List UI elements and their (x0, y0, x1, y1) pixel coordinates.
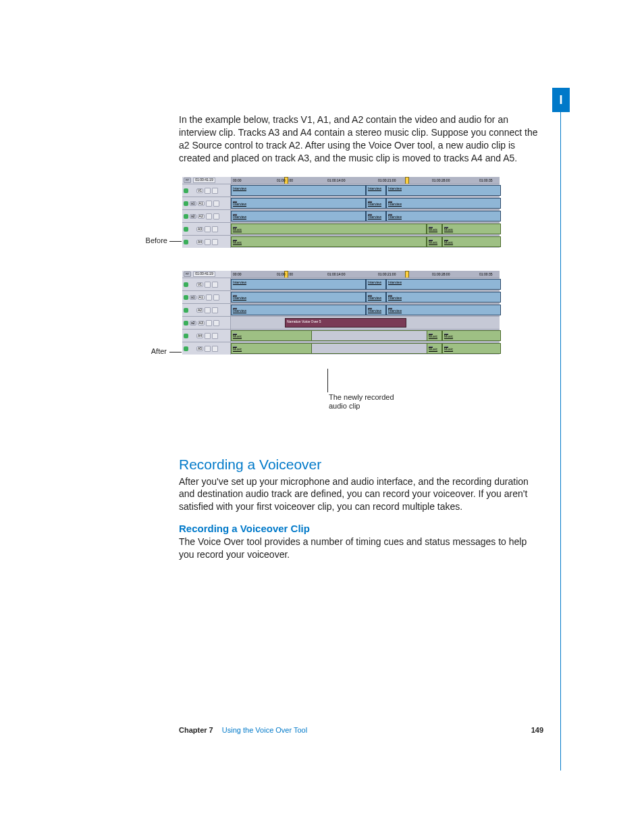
destination-control[interactable]: A1 (198, 201, 205, 206)
track-lane[interactable]: ▂▂Music▂▂Music▂▂Music (231, 330, 500, 342)
music-clip[interactable]: ▂▂Music (442, 236, 501, 247)
track-lane[interactable]: ▂▂Interview▂▂Interview▂▂Interview (231, 291, 500, 303)
autoselect-icon[interactable] (212, 188, 218, 194)
autoselect-icon[interactable] (213, 294, 219, 301)
music-clip[interactable]: ▂▂Music (427, 236, 442, 247)
source-control[interactable]: a2 (190, 321, 196, 325)
music-clip[interactable]: ▂▂Music (231, 236, 427, 247)
music-clip[interactable]: ▂▂Music (231, 330, 312, 341)
track-visibility-icon[interactable] (184, 321, 188, 325)
lock-icon[interactable] (205, 239, 211, 245)
clip-label: Interview (233, 296, 246, 300)
track-visibility-icon[interactable] (184, 346, 188, 351)
destination-control[interactable]: A1 (198, 295, 205, 300)
source-control[interactable]: a1 (190, 201, 196, 206)
destination-control[interactable]: V1 (196, 188, 203, 193)
audio-clip[interactable]: ▂▂Interview (366, 198, 386, 209)
track-header: A3 (182, 223, 231, 235)
audio-clip[interactable]: ▂▂Interview (386, 305, 501, 315)
track-lane[interactable]: ▂▂Music▂▂Music▂▂Music (231, 342, 500, 355)
music-clip[interactable]: ▂▂Music (231, 224, 427, 234)
music-clip[interactable]: ▂▂Music (427, 330, 442, 341)
track-lane[interactable]: ▂▂Interview▂▂Interview▂▂Interview (231, 197, 500, 209)
audio-clip[interactable]: ▂▂Interview (366, 292, 386, 303)
track-lane[interactable]: Narration Voice Over 5 (231, 317, 500, 329)
video-clip[interactable]: Interview (386, 185, 501, 196)
music-clip[interactable] (312, 330, 427, 341)
stereo-pair-icon: ▂▂ (233, 293, 364, 296)
audio-clip[interactable]: ▂▂Interview (386, 292, 501, 303)
track-visibility-icon[interactable] (184, 308, 188, 313)
autoselect-icon[interactable] (213, 320, 219, 326)
track-visibility-icon[interactable] (184, 201, 188, 206)
audio-clip[interactable]: ▂▂Interview (386, 198, 501, 209)
audio-clip[interactable]: ▂▂Interview (386, 211, 501, 221)
autoselect-icon[interactable] (212, 282, 218, 288)
music-clip[interactable]: ▂▂Music (442, 224, 501, 234)
video-clip[interactable]: Interview (231, 279, 366, 290)
autoselect-icon[interactable] (212, 346, 218, 352)
track-lane[interactable]: ▂▂Music▂▂Music▂▂Music (231, 236, 500, 248)
music-clip[interactable]: ▂▂Music (442, 330, 501, 341)
lock-icon[interactable] (206, 201, 212, 207)
autoselect-icon[interactable] (212, 239, 218, 245)
video-clip[interactable]: Interview (386, 279, 501, 290)
video-clip[interactable]: Interview (231, 185, 366, 196)
track-visibility-icon[interactable] (184, 240, 188, 244)
lock-icon[interactable] (205, 226, 211, 232)
lock-icon[interactable] (205, 307, 211, 313)
rt-button[interactable]: RT (184, 271, 191, 277)
audio-clip[interactable]: ▂▂Interview (231, 305, 366, 315)
track-visibility-icon[interactable] (184, 214, 188, 219)
track-lane[interactable]: ▂▂Interview▂▂Interview▂▂Interview (231, 304, 500, 316)
track-lane[interactable]: InterviewInterviewInterview (231, 278, 500, 290)
autoselect-icon[interactable] (213, 201, 219, 207)
destination-control[interactable]: A5 (196, 346, 203, 351)
ruler-tick: :00 (288, 178, 293, 182)
destination-control[interactable]: A4 (196, 240, 203, 244)
video-clip[interactable]: Interview (366, 185, 386, 196)
track-visibility-icon[interactable] (184, 282, 188, 287)
autoselect-icon[interactable] (212, 307, 218, 313)
music-clip[interactable]: ▂▂Music (427, 343, 442, 354)
track-lane[interactable]: ▂▂Interview▂▂Interview▂▂Interview (231, 210, 500, 222)
autoselect-icon[interactable] (212, 226, 218, 232)
music-clip[interactable]: ▂▂Music (442, 343, 501, 354)
audio-clip[interactable]: ▂▂Interview (231, 211, 366, 221)
rt-button[interactable]: RT (184, 178, 191, 183)
lock-icon[interactable] (205, 333, 211, 339)
voiceover-clip[interactable]: Narration Voice Over 5 (285, 318, 406, 328)
video-clip[interactable]: Interview (366, 279, 386, 290)
source-control[interactable]: a2 (190, 214, 196, 219)
music-clip[interactable]: ▂▂Music (231, 343, 312, 354)
autoselect-icon[interactable] (213, 213, 219, 219)
lock-icon[interactable] (205, 188, 211, 194)
destination-control[interactable]: V1 (196, 282, 203, 287)
destination-control[interactable]: A2 (196, 308, 203, 313)
music-clip[interactable]: ▂▂Music (427, 224, 442, 234)
lock-icon[interactable] (206, 320, 212, 326)
track-lane[interactable]: InterviewInterviewInterview (231, 184, 500, 197)
track-visibility-icon[interactable] (184, 188, 188, 193)
destination-control[interactable]: A3 (198, 321, 205, 325)
track-visibility-icon[interactable] (184, 295, 188, 300)
lock-icon[interactable] (206, 294, 212, 301)
stereo-pair-icon: ▂▂ (233, 332, 310, 334)
source-control[interactable]: a1 (190, 295, 196, 300)
lock-icon[interactable] (205, 282, 211, 288)
autoselect-icon[interactable] (212, 333, 218, 339)
destination-control[interactable]: A4 (196, 334, 203, 338)
track-visibility-icon[interactable] (184, 334, 188, 338)
destination-control[interactable]: A3 (196, 227, 203, 232)
audio-clip[interactable]: ▂▂Interview (366, 211, 386, 221)
lock-icon[interactable] (205, 346, 211, 352)
track-visibility-icon[interactable] (184, 227, 188, 232)
music-clip[interactable] (312, 343, 427, 354)
track-lane[interactable]: ▂▂Music▂▂Music▂▂Music (231, 223, 500, 235)
lock-icon[interactable] (206, 213, 212, 219)
audio-clip[interactable]: ▂▂Interview (231, 198, 366, 209)
audio-clip[interactable]: ▂▂Interview (366, 305, 386, 315)
audio-clip[interactable]: ▂▂Interview (231, 292, 366, 303)
stereo-pair-icon: ▂▂ (233, 344, 310, 347)
destination-control[interactable]: A2 (198, 214, 205, 219)
